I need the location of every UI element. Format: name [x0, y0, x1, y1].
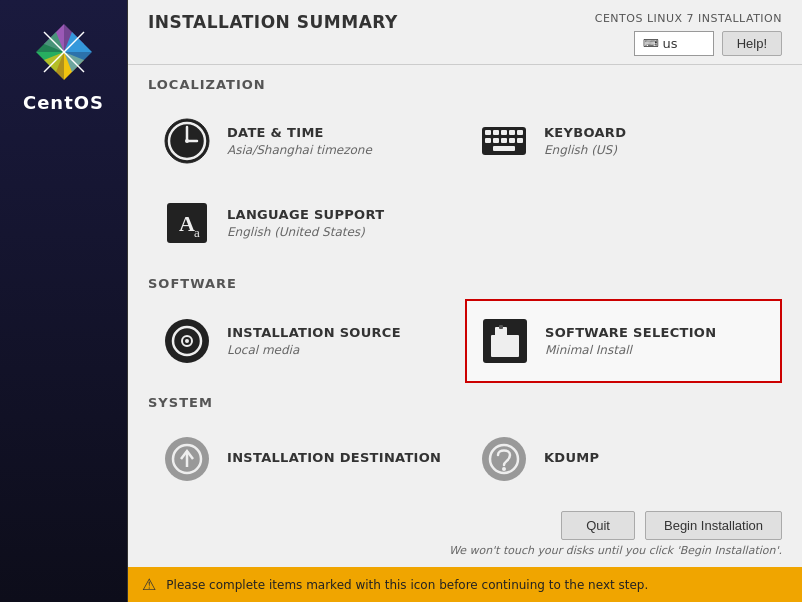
localization-grid: DATE & TIME Asia/Shanghai timezone [148, 100, 782, 264]
keyboard-value: us [663, 36, 678, 51]
keyboard-title: KEYBOARD [544, 125, 769, 140]
svg-rect-19 [509, 130, 515, 135]
centos-sidebar-label: CentOS [23, 92, 104, 113]
language-support-card[interactable]: A a LANGUAGE SUPPORT English (United Sta… [148, 182, 465, 264]
installation-source-text: INSTALLATION SOURCE Local media [227, 325, 452, 357]
svg-rect-22 [493, 138, 499, 143]
installation-destination-text: INSTALLATION DESTINATION [227, 450, 452, 468]
kdump-card[interactable]: KDUMP [465, 418, 782, 500]
system-grid: INSTALLATION DESTINATION KDUMP [148, 418, 782, 500]
svg-text:a: a [194, 225, 200, 240]
system-section-header: SYSTEM [148, 395, 782, 410]
footer-note: We won't touch your disks until you clic… [148, 544, 782, 557]
software-section-header: SOFTWARE [148, 276, 782, 291]
svg-rect-17 [493, 130, 499, 135]
installation-source-card[interactable]: INSTALLATION SOURCE Local media [148, 299, 465, 383]
keyboard-subtitle: English (US) [544, 143, 769, 157]
kdump-title: KDUMP [544, 450, 769, 465]
language-icon: A a [161, 197, 213, 249]
warning-icon: ⚠ [142, 575, 156, 594]
page-title: INSTALLATION SUMMARY [148, 12, 398, 32]
installation-source-subtitle: Local media [227, 343, 452, 357]
keyboard-item-text: KEYBOARD English (US) [544, 125, 769, 157]
header-controls: ⌨ us Help! [634, 31, 782, 56]
warning-text: Please complete items marked with this i… [166, 578, 648, 592]
svg-text:A: A [179, 211, 195, 236]
svg-rect-41 [482, 437, 526, 481]
svg-rect-18 [501, 130, 507, 135]
svg-rect-23 [501, 138, 507, 143]
svg-point-43 [502, 467, 506, 471]
language-support-text: LANGUAGE SUPPORT English (United States) [227, 207, 452, 239]
date-time-text: DATE & TIME Asia/Shanghai timezone [227, 125, 452, 157]
svg-rect-25 [517, 138, 523, 143]
software-selection-text: SOFTWARE SELECTION Minimal Install [545, 325, 768, 357]
footer: Quit Begin Installation We won't touch y… [128, 505, 802, 567]
centos-logo-icon [32, 20, 96, 84]
software-selection-icon [479, 315, 531, 367]
software-selection-title: SOFTWARE SELECTION [545, 325, 768, 340]
footer-buttons: Quit Begin Installation [148, 511, 782, 540]
keyboard-small-icon: ⌨ [643, 37, 659, 50]
quit-button[interactable]: Quit [561, 511, 635, 540]
svg-rect-24 [509, 138, 515, 143]
svg-rect-20 [517, 130, 523, 135]
svg-point-14 [185, 139, 189, 143]
installation-destination-title: INSTALLATION DESTINATION [227, 450, 452, 465]
svg-rect-37 [499, 325, 503, 329]
date-time-subtitle: Asia/Shanghai timezone [227, 143, 452, 157]
keyboard-layout-input[interactable]: ⌨ us [634, 31, 714, 56]
date-time-icon [161, 115, 213, 167]
centos-linux-label: CENTOS LINUX 7 INSTALLATION [595, 12, 782, 25]
keyboard-icon [478, 115, 530, 167]
keyboard-card[interactable]: KEYBOARD English (US) [465, 100, 782, 182]
language-support-title: LANGUAGE SUPPORT [227, 207, 452, 222]
svg-rect-21 [485, 138, 491, 143]
software-grid: INSTALLATION SOURCE Local media SOF [148, 299, 782, 383]
date-time-title: DATE & TIME [227, 125, 452, 140]
svg-point-33 [185, 339, 189, 343]
kdump-text: KDUMP [544, 450, 769, 468]
localization-section-header: LOCALIZATION [148, 77, 782, 92]
date-time-card[interactable]: DATE & TIME Asia/Shanghai timezone [148, 100, 465, 182]
installation-source-title: INSTALLATION SOURCE [227, 325, 452, 340]
software-selection-card[interactable]: SOFTWARE SELECTION Minimal Install [465, 299, 782, 383]
kdump-icon [478, 433, 530, 485]
installation-source-icon [161, 315, 213, 367]
header: INSTALLATION SUMMARY CENTOS LINUX 7 INST… [128, 0, 802, 65]
svg-rect-35 [491, 335, 519, 357]
help-button[interactable]: Help! [722, 31, 782, 56]
svg-rect-26 [493, 146, 515, 151]
installation-destination-card[interactable]: INSTALLATION DESTINATION [148, 418, 465, 500]
software-selection-subtitle: Minimal Install [545, 343, 768, 357]
warning-bar: ⚠ Please complete items marked with this… [128, 567, 802, 602]
header-right: CENTOS LINUX 7 INSTALLATION ⌨ us Help! [595, 12, 782, 56]
scroll-area[interactable]: LOCALIZATION DATE & TIME Asia/Shanghai t… [128, 65, 802, 505]
installation-destination-icon [161, 433, 213, 485]
main-panel: INSTALLATION SUMMARY CENTOS LINUX 7 INST… [128, 0, 802, 602]
language-support-subtitle: English (United States) [227, 225, 452, 239]
sidebar: CentOS [0, 0, 128, 602]
begin-installation-button[interactable]: Begin Installation [645, 511, 782, 540]
svg-rect-16 [485, 130, 491, 135]
